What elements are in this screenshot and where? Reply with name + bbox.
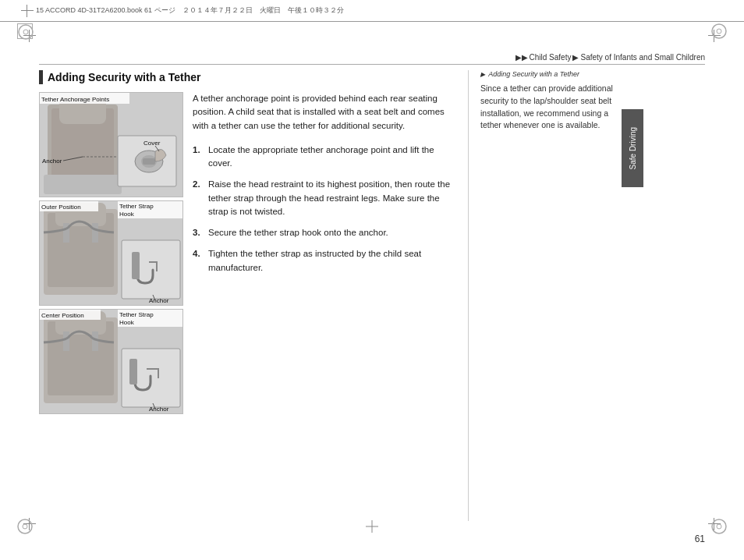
svg-text:Outer Position: Outer Position xyxy=(41,204,81,211)
sidebar-note-text: Since a tether can provide additional se… xyxy=(480,83,616,132)
svg-rect-14 xyxy=(44,175,122,194)
page-number: 61 xyxy=(695,533,705,544)
breadcrumb-item2: Safety of Infants and Small Children xyxy=(580,53,705,62)
svg-point-4 xyxy=(18,519,32,533)
step-4: 4. Tighten the tether strap as instructe… xyxy=(193,247,452,275)
image-outer-position: Outer Position Tether Strap Hook Anchor xyxy=(39,200,183,306)
svg-rect-31 xyxy=(92,223,98,243)
image-center-position: Center Position Tether Strap Hook Anchor xyxy=(39,309,183,414)
diagram-svg-3: Center Position Tether Strap Hook Anchor xyxy=(40,310,183,414)
svg-point-0 xyxy=(19,25,33,39)
step-1-text: Locate the appropriate tether anchorage … xyxy=(208,144,452,171)
decor-circle-tr xyxy=(711,23,727,41)
svg-point-5 xyxy=(23,524,27,529)
content-body: Tether Anchorage Points Anchor Cover xyxy=(39,92,452,417)
svg-rect-18 xyxy=(143,158,155,165)
breadcrumb-item1: Child Safety xyxy=(530,53,572,62)
svg-text:Center Position: Center Position xyxy=(41,312,84,319)
step-2-text: Raise the head restraint to its highest … xyxy=(208,178,452,218)
breadcrumb-sep1: ▶ xyxy=(572,53,579,62)
step-3-num: 3. xyxy=(193,226,205,239)
h-rule xyxy=(39,64,705,65)
step-1: 1. Locate the appropriate tether anchora… xyxy=(193,144,452,171)
svg-point-7 xyxy=(717,524,721,529)
svg-text:Tether Anchorage Points: Tether Anchorage Points xyxy=(41,96,109,103)
intro-paragraph: A tether anchorage point is provided beh… xyxy=(193,92,452,133)
section-title-text: Adding Security with a Tether xyxy=(48,71,201,83)
svg-rect-33 xyxy=(132,252,140,279)
step-4-text: Tighten the tether strap as instructed b… xyxy=(208,247,452,275)
top-strip-text: 15 ACCORD 4D-31T2A6200.book 61 ページ ２０１４年… xyxy=(36,5,344,16)
decor-circle-tl xyxy=(17,23,33,39)
image-tether-anchorage: Tether Anchorage Points Anchor Cover xyxy=(39,92,183,197)
step-1-num: 1. xyxy=(193,144,205,171)
svg-text:Hook: Hook xyxy=(119,319,135,326)
svg-text:Tether Strap: Tether Strap xyxy=(119,311,154,318)
svg-text:Anchor: Anchor xyxy=(149,406,169,413)
svg-text:Cover: Cover xyxy=(143,140,161,147)
step-2: 2. Raise the head restraint to its highe… xyxy=(193,178,452,218)
breadcrumb-arrow1: ▶▶ xyxy=(515,53,528,62)
svg-rect-48 xyxy=(129,359,137,385)
svg-text:Hook: Hook xyxy=(119,211,135,218)
svg-point-6 xyxy=(712,519,726,533)
left-column: Adding Security with a Tether xyxy=(39,70,468,521)
diagram-svg-1: Tether Anchorage Points Anchor Cover xyxy=(40,93,183,197)
bottom-center-crosshair xyxy=(366,520,378,535)
svg-text:Anchor: Anchor xyxy=(149,297,169,304)
main-content: Adding Security with a Tether xyxy=(39,70,705,521)
right-sidebar: Adding Security with a Tether Since a te… xyxy=(468,70,616,521)
section-title-bar xyxy=(39,70,43,84)
decor-circle-br xyxy=(711,519,727,537)
section-title-block: Adding Security with a Tether xyxy=(39,70,452,84)
vertical-tab: Safe Driving xyxy=(622,109,643,187)
svg-rect-32 xyxy=(122,240,180,299)
step-3-text: Secure the tether strap hook onto the an… xyxy=(208,226,388,239)
svg-text:Anchor: Anchor xyxy=(42,158,62,165)
breadcrumb: ▶▶ Child Safety ▶ Safety of Infants and … xyxy=(515,53,705,62)
vertical-tab-label: Safe Driving xyxy=(629,127,637,169)
step-2-num: 2. xyxy=(193,178,205,218)
svg-rect-45 xyxy=(63,331,69,351)
svg-text:Tether Strap: Tether Strap xyxy=(119,203,154,210)
svg-point-1 xyxy=(23,30,28,34)
svg-rect-46 xyxy=(92,331,98,351)
diagram-svg-2: Outer Position Tether Strap Hook Anchor xyxy=(40,201,183,306)
text-column: A tether anchorage point is provided beh… xyxy=(193,92,452,417)
step-4-num: 4. xyxy=(193,247,205,275)
top-strip: 15 ACCORD 4D-31T2A6200.book 61 ページ ２０１４年… xyxy=(0,0,744,22)
svg-point-2 xyxy=(712,24,726,38)
images-column: Tether Anchorage Points Anchor Cover xyxy=(39,92,183,417)
decor-circle-bl xyxy=(17,519,33,537)
svg-point-3 xyxy=(717,29,721,34)
step-3: 3. Secure the tether strap hook onto the… xyxy=(193,226,452,239)
sidebar-note-title: Adding Security with a Tether xyxy=(480,70,616,78)
